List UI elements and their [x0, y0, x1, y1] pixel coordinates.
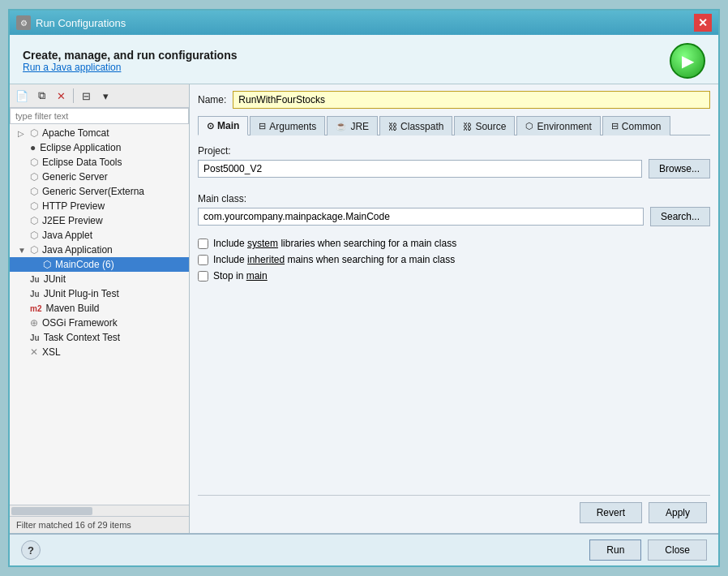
item-icon: ⬡	[30, 127, 38, 139]
apply-button[interactable]: Apply	[649, 502, 707, 523]
checkbox-system-libraries-input[interactable]	[198, 239, 208, 249]
project-input[interactable]	[198, 160, 642, 178]
tree-item-maven-build[interactable]: m2 Maven Build	[10, 301, 189, 316]
tree-item-java-applet[interactable]: ⬡ Java Applet	[10, 228, 189, 243]
header-area: Create, manage, and run configurations R…	[10, 35, 718, 84]
header-left: Create, manage, and run configurations R…	[23, 49, 238, 73]
tree-item-apache-tomcat[interactable]: ▷ ⬡ Apache Tomcat	[10, 126, 189, 140]
main-class-row: Search...	[198, 207, 710, 226]
name-label: Name:	[198, 94, 226, 105]
checkbox-inherited-mains-input[interactable]	[198, 255, 208, 265]
bottom-buttons: Revert Apply	[198, 495, 710, 527]
item-icon: ⬡	[30, 171, 38, 183]
duplicate-button[interactable]: ⧉	[32, 87, 50, 105]
tab-arguments[interactable]: ⊟ Arguments	[250, 116, 325, 135]
tree-item-label: HTTP Preview	[42, 200, 105, 212]
tab-environment-label: Environment	[537, 121, 591, 132]
horizontal-scrollbar[interactable]	[10, 505, 189, 516]
name-input[interactable]	[233, 91, 710, 109]
collapse-button[interactable]: ⊟	[77, 87, 95, 105]
toolbar-separator	[73, 88, 74, 103]
item-icon: Ju	[30, 275, 40, 284]
tree-item-generic-server[interactable]: ⬡ Generic Server	[10, 170, 189, 184]
run-configurations-dialog: ⚙ Run Configurations ✕ Create, manage, a…	[8, 9, 720, 567]
run-java-link[interactable]: Run a Java application	[23, 62, 238, 73]
tree-item-j2ee-preview[interactable]: ⬡ J2EE Preview	[10, 213, 189, 228]
tree-item-xsl[interactable]: ✕ XSL	[10, 345, 189, 359]
main-class-section: Main class: Search...	[198, 190, 710, 238]
tree-item-eclipse-data-tools[interactable]: ⬡ Eclipse Data Tools	[10, 155, 189, 170]
footer-close-button[interactable]: Close	[648, 539, 707, 561]
tab-classpath[interactable]: ⛓ Classpath	[379, 116, 452, 135]
main-content: 📄 ⧉ ✕ ⊟ ▾ ▷ ⬡ Apache Tomcat ● Eclipse Ap…	[10, 84, 718, 533]
filter-input[interactable]	[10, 108, 189, 124]
expand-icon: ▷	[18, 129, 26, 138]
item-icon: ⬡	[30, 244, 38, 256]
right-panel: Name: ⊙ Main ⊟ Arguments ☕ JRE ⛓	[190, 84, 718, 533]
footer-buttons: Run Close	[589, 539, 707, 561]
project-row: Browse...	[198, 159, 710, 178]
title-bar-left: ⚙ Run Configurations	[16, 15, 126, 30]
filter-status: Filter matched 16 of 29 items	[10, 516, 189, 533]
name-row: Name:	[198, 91, 710, 109]
tree-item-http-preview[interactable]: ⬡ HTTP Preview	[10, 199, 189, 213]
checkbox-system-libraries: Include system libraries when searching …	[198, 238, 710, 249]
tab-jre-icon: ☕	[336, 121, 347, 131]
dialog-icon: ⚙	[16, 15, 31, 30]
footer-run-button[interactable]: Run	[589, 539, 641, 561]
item-icon: ⬡	[30, 215, 38, 226]
delete-button[interactable]: ✕	[52, 87, 70, 105]
tree-item-junit-plugin-test[interactable]: Ju JUnit Plug-in Test	[10, 286, 189, 301]
tree-item-java-application[interactable]: ▼ ⬡ Java Application	[10, 243, 189, 257]
scroll-thumb[interactable]	[11, 507, 92, 515]
tab-main[interactable]: ⊙ Main	[198, 116, 248, 135]
tab-jre-label: JRE	[350, 121, 369, 132]
checkbox-stop-in-main-input[interactable]	[198, 271, 208, 282]
help-button[interactable]: ?	[21, 540, 41, 560]
tree-item-label: J2EE Preview	[42, 215, 103, 226]
new-config-button[interactable]: 📄	[13, 87, 31, 105]
tab-classpath-icon: ⛓	[388, 122, 397, 131]
tree-area: ▷ ⬡ Apache Tomcat ● Eclipse Application …	[10, 124, 189, 505]
run-button[interactable]: ▶	[670, 43, 705, 79]
tab-content: Project: Browse... Main class: Search...	[198, 142, 710, 495]
tree-item-junit[interactable]: Ju JUnit	[10, 272, 189, 286]
tab-common[interactable]: ⊟ Common	[602, 116, 670, 135]
item-icon: m2	[30, 304, 41, 313]
browse-button[interactable]: Browse...	[649, 159, 710, 178]
tree-item-task-context-test[interactable]: Ju Task Context Test	[10, 330, 189, 345]
dropdown-button[interactable]: ▾	[96, 87, 114, 105]
title-bar: ⚙ Run Configurations ✕	[10, 11, 718, 35]
tab-main-label: Main	[217, 120, 239, 131]
left-panel: 📄 ⧉ ✕ ⊟ ▾ ▷ ⬡ Apache Tomcat ● Eclipse Ap…	[10, 84, 190, 533]
tree-item-label: Generic Server	[42, 171, 108, 183]
tree-item-maincode[interactable]: ⬡ MainCode (6)	[10, 257, 189, 272]
tab-source[interactable]: ⛓ Source	[454, 116, 515, 135]
tree-item-eclipse-application[interactable]: ● Eclipse Application	[10, 140, 189, 155]
checkbox-system-libraries-label: Include system libraries when searching …	[213, 238, 456, 249]
project-section: Project: Browse...	[198, 142, 710, 190]
close-button[interactable]: ✕	[694, 14, 712, 32]
tree-item-label: Java Application	[42, 244, 113, 256]
revert-button[interactable]: Revert	[580, 502, 642, 523]
toolbar: 📄 ⧉ ✕ ⊟ ▾	[10, 84, 189, 108]
dialog-title: Run Configurations	[36, 17, 126, 29]
tree-item-label: JUnit Plug-in Test	[44, 288, 119, 299]
tree-item-label: OSGi Framework	[42, 317, 118, 329]
dialog-footer: ? Run Close	[10, 533, 718, 565]
tree-item-generic-server-external[interactable]: ⬡ Generic Server(Externa	[10, 184, 189, 199]
tab-environment-icon: ⬡	[525, 121, 533, 131]
tree-item-label: XSL	[42, 346, 61, 358]
tab-source-label: Source	[475, 121, 506, 132]
tab-environment[interactable]: ⬡ Environment	[516, 116, 600, 135]
tab-common-icon: ⊟	[611, 121, 619, 131]
item-icon: Ju	[30, 333, 40, 342]
item-icon: ⊕	[30, 317, 38, 329]
main-class-input[interactable]	[198, 208, 644, 226]
tab-jre[interactable]: ☕ JRE	[327, 116, 378, 135]
tree-item-label: Task Context Test	[44, 332, 121, 343]
tab-common-label: Common	[622, 121, 662, 132]
tree-item-osgi-framework[interactable]: ⊕ OSGi Framework	[10, 316, 189, 330]
checkbox-inherited-mains-label: Include inherited mains when searching f…	[213, 254, 455, 265]
search-button[interactable]: Search...	[650, 207, 710, 226]
